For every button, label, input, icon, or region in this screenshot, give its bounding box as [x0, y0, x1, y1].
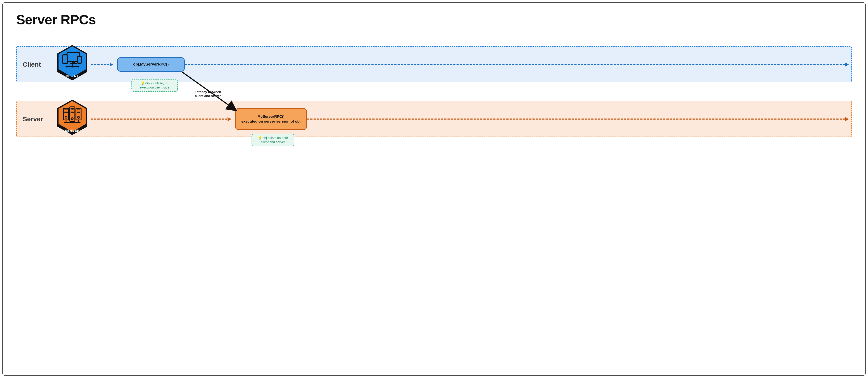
- server-exec-text: MyServerRPC() executed on server version…: [241, 114, 301, 124]
- server-hex-label: SERVER: [56, 129, 89, 133]
- timeline-arrow-client-2: [185, 64, 848, 65]
- client-lane: Client: [16, 46, 852, 82]
- server-lane: Server: [16, 101, 852, 137]
- server-hex-badge: SERVER: [56, 99, 89, 136]
- client-hex-label: CLIENT: [56, 74, 89, 78]
- timeline-arrow-server-2: [307, 118, 848, 119]
- svg-point-13: [71, 66, 73, 67]
- svg-point-36: [65, 122, 67, 123]
- diagram-title: Server RPCs: [16, 12, 96, 27]
- timeline-arrow-server-1: [91, 118, 230, 119]
- server-hint: 💡obj exists on both client and server: [252, 134, 294, 146]
- server-lane-label: Server: [23, 115, 43, 123]
- server-hint-text: obj exists on both client and server: [261, 136, 288, 144]
- svg-rect-4: [70, 63, 77, 64]
- latency-label: Latency between client and server: [184, 90, 232, 98]
- client-call-text: obj.MyServerRPC(): [133, 62, 168, 67]
- client-call-node: obj.MyServerRPC(): [117, 57, 185, 72]
- diagram-frame: Server RPCs Client: [2, 2, 866, 376]
- svg-point-11: [65, 66, 67, 67]
- timeline-arrow-client-1: [91, 64, 113, 65]
- client-hint: 💡Only callsite, no execution client side: [131, 79, 178, 92]
- svg-point-12: [77, 66, 79, 67]
- svg-point-6: [65, 62, 66, 63]
- bulb-icon: 💡: [141, 81, 145, 85]
- svg-point-38: [78, 122, 79, 123]
- client-hex-badge: CLIENT: [56, 44, 89, 81]
- client-lane-label: Client: [23, 61, 41, 68]
- svg-point-8: [79, 62, 80, 62]
- bulb-icon: 💡: [258, 136, 262, 140]
- svg-point-37: [72, 122, 73, 123]
- svg-rect-3: [72, 61, 75, 63]
- server-exec-node: MyServerRPC() executed on server version…: [235, 108, 307, 130]
- svg-rect-17: [70, 107, 75, 121]
